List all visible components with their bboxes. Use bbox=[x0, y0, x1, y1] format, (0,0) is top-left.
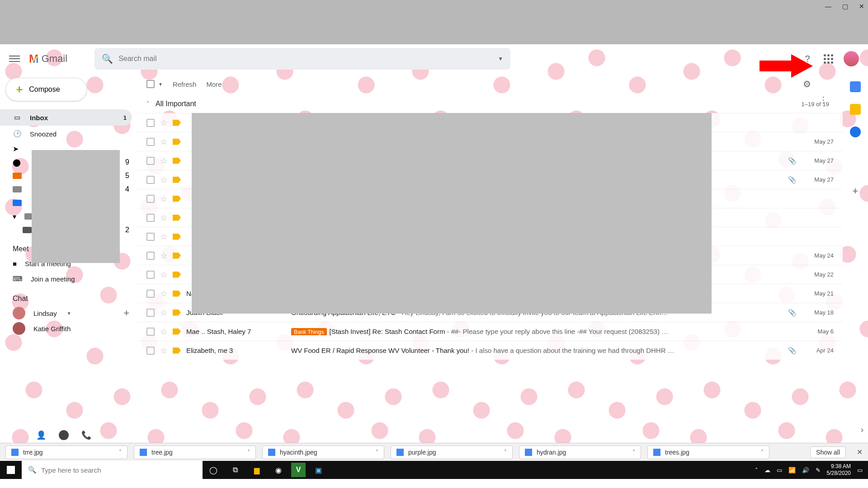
row-checkbox[interactable] bbox=[146, 347, 155, 355]
row-checkbox[interactable] bbox=[146, 214, 155, 222]
star-icon[interactable]: ☆ bbox=[160, 327, 167, 337]
download-chip[interactable]: hydran.jpg˄ bbox=[519, 446, 641, 459]
row-checkbox[interactable] bbox=[146, 328, 155, 336]
chat-user-0[interactable]: Lindsay ▼ + bbox=[0, 305, 137, 321]
row-checkbox[interactable] bbox=[146, 271, 155, 279]
taskbar-search[interactable]: 🔍 Type here to search bbox=[22, 461, 203, 479]
row-checkbox[interactable] bbox=[146, 119, 155, 127]
mail-row[interactable]: ☆Elizabeth, me 3WV Food ER / Rapid Respo… bbox=[137, 341, 843, 360]
chat-user-1[interactable]: Katie Griffith bbox=[0, 321, 137, 336]
star-icon[interactable]: ☆ bbox=[160, 118, 167, 128]
keep-icon[interactable] bbox=[850, 104, 861, 115]
chevron-up-icon[interactable]: ˄ bbox=[247, 449, 250, 455]
side-panel-toggle-icon[interactable]: › bbox=[861, 425, 863, 435]
important-icon[interactable] bbox=[173, 347, 181, 354]
star-icon[interactable]: ☆ bbox=[160, 289, 167, 299]
battery-icon[interactable]: ▭ bbox=[777, 467, 782, 474]
phone-icon[interactable]: 📞 bbox=[81, 430, 91, 440]
sidebar-item-inbox[interactable]: ▭ Inbox 1 bbox=[0, 109, 132, 126]
refresh-button[interactable]: Refresh bbox=[173, 80, 197, 88]
account-avatar[interactable] bbox=[844, 51, 859, 66]
onedrive-icon[interactable]: ☁ bbox=[764, 467, 770, 474]
star-icon[interactable]: ☆ bbox=[160, 251, 167, 261]
important-icon[interactable] bbox=[173, 215, 181, 221]
tasks-icon[interactable] bbox=[850, 127, 861, 137]
app-v-icon[interactable]: V bbox=[291, 463, 306, 477]
mail-label[interactable]: Bank Things bbox=[291, 328, 327, 335]
search-input[interactable] bbox=[118, 55, 492, 63]
download-chip[interactable]: purple.jpg˄ bbox=[391, 446, 513, 459]
chevron-up-icon[interactable]: ˄ bbox=[632, 449, 635, 455]
chevron-down-icon[interactable]: ▼ bbox=[67, 311, 71, 316]
row-checkbox[interactable] bbox=[146, 195, 155, 203]
photos-icon[interactable]: ▣ bbox=[307, 461, 329, 479]
important-icon[interactable] bbox=[173, 291, 181, 297]
compose-button[interactable]: + Compose bbox=[5, 78, 87, 101]
mail-row[interactable]: ☆Mae .. Stash, Haley 7Bank Things[Stash … bbox=[137, 322, 843, 341]
taskbar-clock[interactable]: 9:38 AM 5/28/2020 bbox=[827, 463, 851, 477]
row-checkbox[interactable] bbox=[146, 157, 155, 165]
important-icon[interactable] bbox=[173, 196, 181, 202]
hangouts-icon[interactable] bbox=[59, 430, 69, 440]
file-explorer-icon[interactable]: ▆ bbox=[246, 461, 268, 479]
window-maximize[interactable]: ▢ bbox=[842, 3, 848, 10]
show-all-downloads[interactable]: Show all bbox=[810, 446, 846, 458]
important-icon[interactable] bbox=[173, 158, 181, 164]
row-checkbox[interactable] bbox=[146, 290, 155, 298]
chrome-icon[interactable]: ◉ bbox=[268, 461, 289, 479]
row-checkbox[interactable] bbox=[146, 138, 155, 146]
sidebar-item-snoozed[interactable]: 🕑 Snoozed bbox=[0, 126, 132, 142]
google-apps-icon[interactable] bbox=[823, 53, 834, 64]
search-options-icon[interactable]: ▼ bbox=[498, 56, 503, 62]
chevron-up-icon[interactable]: ˄ bbox=[504, 449, 507, 455]
star-icon[interactable]: ☆ bbox=[160, 213, 167, 223]
download-chip[interactable]: trees.jpg˄ bbox=[647, 446, 769, 459]
start-button[interactable] bbox=[0, 461, 22, 479]
row-checkbox[interactable] bbox=[146, 252, 155, 260]
star-icon[interactable]: ☆ bbox=[160, 194, 167, 204]
star-icon[interactable]: ☆ bbox=[160, 232, 167, 242]
add-chat-icon[interactable]: + bbox=[123, 307, 129, 319]
more-button[interactable]: More bbox=[206, 80, 222, 88]
select-dropdown-icon[interactable]: ▼ bbox=[158, 82, 163, 87]
star-icon[interactable]: ☆ bbox=[160, 270, 167, 280]
downloads-close-icon[interactable]: ✕ bbox=[857, 448, 863, 456]
important-icon[interactable] bbox=[173, 139, 181, 145]
important-icon[interactable] bbox=[173, 253, 181, 259]
chevron-up-icon[interactable]: ˄ bbox=[761, 449, 764, 455]
star-icon[interactable]: ☆ bbox=[160, 156, 167, 166]
wifi-icon[interactable]: 📶 bbox=[788, 467, 796, 474]
window-minimize[interactable]: — bbox=[825, 3, 831, 10]
select-all-checkbox[interactable] bbox=[146, 80, 155, 88]
section-more-icon[interactable]: ⋮ bbox=[819, 95, 827, 105]
cortana-icon[interactable]: ◯ bbox=[203, 461, 224, 479]
main-menu-icon[interactable] bbox=[9, 53, 20, 64]
calendar-icon[interactable] bbox=[850, 81, 861, 92]
search-icon[interactable]: 🔍 bbox=[102, 53, 113, 64]
person-icon[interactable]: 👤 bbox=[36, 430, 46, 440]
star-icon[interactable]: ☆ bbox=[160, 308, 167, 318]
chevron-up-icon[interactable]: ˄ bbox=[146, 101, 149, 107]
important-icon[interactable] bbox=[173, 234, 181, 240]
join-meeting[interactable]: ⌨Join a meeting bbox=[0, 271, 137, 286]
download-chip[interactable]: tree.jpg˄ bbox=[134, 446, 256, 459]
volume-icon[interactable]: 🔊 bbox=[802, 467, 809, 474]
chevron-up-icon[interactable]: ˄ bbox=[119, 449, 122, 455]
important-icon[interactable] bbox=[173, 177, 181, 183]
section-header[interactable]: ˄ All Important 1–19 of 19 ⋮ bbox=[137, 95, 843, 113]
download-chip[interactable]: hyacinth.jpeg˄ bbox=[262, 446, 384, 459]
star-icon[interactable]: ☆ bbox=[160, 175, 167, 185]
row-checkbox[interactable] bbox=[146, 309, 155, 317]
important-icon[interactable] bbox=[173, 310, 181, 316]
tray-chevron-icon[interactable]: ˄ bbox=[755, 467, 758, 474]
search-bar[interactable]: 🔍 ▼ bbox=[94, 48, 510, 70]
important-icon[interactable] bbox=[173, 272, 181, 278]
settings-icon[interactable]: ⚙ bbox=[803, 79, 811, 89]
chevron-up-icon[interactable]: ˄ bbox=[376, 449, 378, 455]
star-icon[interactable]: ☆ bbox=[160, 346, 167, 356]
action-center-icon[interactable]: ▭ bbox=[857, 467, 863, 474]
row-checkbox[interactable] bbox=[146, 233, 155, 241]
task-view-icon[interactable]: ⧉ bbox=[224, 461, 246, 479]
row-checkbox[interactable] bbox=[146, 176, 155, 184]
star-icon[interactable]: ☆ bbox=[160, 137, 167, 147]
